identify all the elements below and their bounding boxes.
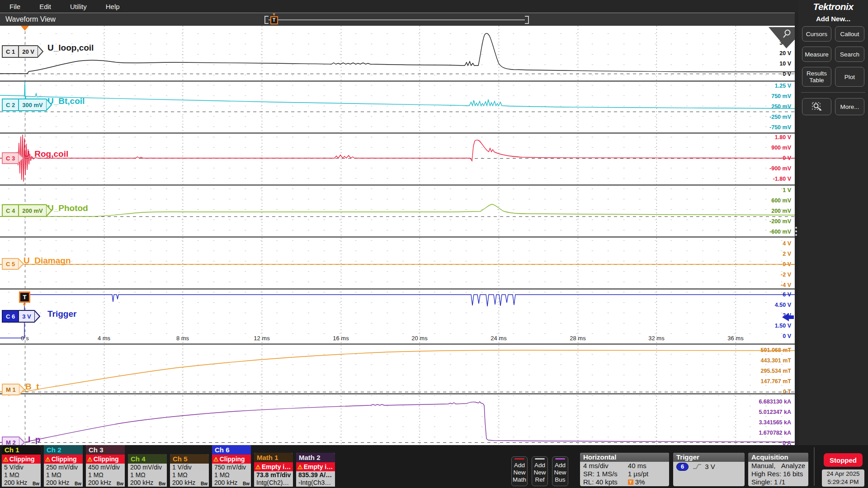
badge-arrow bbox=[38, 45, 43, 58]
lane-divider[interactable] bbox=[0, 236, 795, 238]
add-new-math-button[interactable]: Add New Math bbox=[511, 456, 528, 486]
trigger-panel[interactable]: Trigger 6 3 V bbox=[673, 453, 745, 486]
record-view-bar[interactable]: ▼ T bbox=[264, 16, 529, 24]
clipping-alert: ⚠Clipping bbox=[86, 455, 125, 464]
trigger-marker[interactable]: T ▼ bbox=[19, 291, 30, 306]
record-left-bracket[interactable] bbox=[264, 16, 269, 24]
results-table-button[interactable]: Results Table bbox=[802, 67, 831, 87]
ch6-trace[interactable] bbox=[0, 290, 795, 343]
impedance-row: 1 MΩ bbox=[86, 471, 125, 479]
add-new-bus-button[interactable]: Add New Bus bbox=[552, 456, 568, 486]
impedance-row: 1 MΩ bbox=[2, 471, 41, 479]
menu-edit[interactable]: Edit bbox=[30, 3, 61, 10]
acquisition-panel-title: Acquisition bbox=[748, 453, 808, 462]
trigger-level: 3 V bbox=[705, 463, 715, 471]
magnifier-icon bbox=[782, 29, 792, 39]
channel-tab-ch3[interactable]: Ch 3 ⚠Clipping 450 mV/div 1 MΩ 200 kHzBw bbox=[86, 445, 125, 487]
add-new-title: Add New... bbox=[798, 15, 868, 23]
more-button[interactable]: More... bbox=[835, 98, 864, 115]
lane-divider[interactable] bbox=[0, 80, 795, 82]
tab-header[interactable]: Ch 2 bbox=[44, 445, 83, 455]
math2-trace[interactable] bbox=[0, 394, 795, 445]
channel-tab-ch1[interactable]: Ch 1 ⚠Clipping 5 V/div 1 MΩ 200 kHzBw bbox=[2, 445, 41, 487]
tab-header[interactable]: Ch 1 bbox=[2, 445, 41, 455]
graticule[interactable]: 30 V 20 V 10 V 0 V 1.25 V 750 mV 250 mV … bbox=[0, 26, 795, 445]
ch4-trace[interactable] bbox=[0, 186, 795, 236]
add-new-ref-button[interactable]: Add New Ref bbox=[532, 456, 548, 486]
zoom-select-button[interactable] bbox=[802, 98, 831, 115]
acquisition-single: Single: 1 /1 bbox=[748, 478, 808, 486]
trigger-position-marker[interactable] bbox=[21, 26, 29, 31]
horizontal-panel[interactable]: Horizontal 4 ms/div40 ms SR: 1 MS/s1 µs/… bbox=[580, 453, 669, 486]
lane-divider[interactable] bbox=[0, 184, 795, 186]
ch6-lane: 6 V 4.50 V 3 V 1.50 V 0 V bbox=[0, 290, 795, 343]
menu-help[interactable]: Help bbox=[96, 3, 129, 10]
bw-limit-icon: Bw bbox=[33, 480, 39, 487]
bandwidth-row: 200 kHzBw bbox=[128, 479, 167, 487]
math1-trace[interactable] bbox=[0, 345, 795, 393]
scale-row: 835.39 A/… bbox=[296, 471, 335, 479]
horizontal-panel-title: Horizontal bbox=[580, 453, 669, 462]
tab-header[interactable]: Ch 3 bbox=[86, 445, 125, 455]
cursors-button[interactable]: Cursors bbox=[802, 26, 831, 42]
ch4-badge[interactable]: C 4 200 mV bbox=[2, 204, 52, 217]
ch6-badge[interactable]: C 6 3 V bbox=[2, 310, 40, 323]
sample-resolution: 1 µs/pt bbox=[628, 470, 666, 478]
badge-arrow bbox=[18, 152, 24, 164]
warning-icon: ⚠ bbox=[45, 456, 51, 463]
warning-icon: ⚠ bbox=[213, 456, 219, 463]
bandwidth-row: 200 kHzBw bbox=[212, 479, 251, 487]
trigger-t-icon: T bbox=[270, 16, 278, 24]
ch1-badge[interactable]: C 1 20 V bbox=[2, 45, 43, 58]
channel-tab-ch5[interactable]: Ch 5 1 V/div 1 MΩ 200 kHzBw bbox=[170, 454, 209, 487]
record-trigger-marker[interactable]: ▼ T bbox=[270, 13, 278, 24]
trigger-level-arrow[interactable] bbox=[782, 313, 794, 321]
math1-tab[interactable]: Math 1 ⚠Empty i… 73.8 mT/div Intg(Ch2)… bbox=[254, 453, 293, 487]
trigger-level-arrow-tail bbox=[789, 315, 794, 319]
channel-tab-ch6[interactable]: Ch 6 ⚠Clipping 750 mV/div 1 MΩ 200 kHzBw bbox=[212, 445, 251, 487]
bandwidth-row: 200 kHzBw bbox=[2, 479, 41, 487]
acquisition-panel[interactable]: Acquisition Manual,Analyze High Res: 16 … bbox=[748, 453, 808, 486]
ch2-lane: 1.25 V 750 mV 250 mV -250 mV -750 mV bbox=[0, 82, 795, 132]
math1-badge[interactable]: M 1 bbox=[2, 384, 25, 395]
record-right-bracket[interactable] bbox=[525, 16, 529, 24]
datetime-display: 24 Apr 2025 5:29:24 PM bbox=[822, 469, 864, 487]
ch5-badge[interactable]: C 5 bbox=[2, 258, 24, 270]
callout-button[interactable]: Callout bbox=[835, 26, 864, 42]
tab-header[interactable]: Ch 4 bbox=[128, 454, 167, 464]
plot-button[interactable]: Plot bbox=[835, 67, 864, 87]
horizontal-length: 40 ms bbox=[628, 462, 666, 470]
run-state-badge[interactable]: Stopped bbox=[824, 453, 863, 467]
menu-file[interactable]: File bbox=[0, 3, 30, 10]
math2-lane: 6.683130 kA 5.012347 kA 3.341565 kA 1.67… bbox=[0, 394, 795, 445]
ch3-trace[interactable] bbox=[0, 134, 795, 184]
waveform-view-title: Waveform View bbox=[5, 15, 56, 23]
math2-badge[interactable]: M 2 bbox=[2, 436, 25, 445]
ch3-badge[interactable]: C 3 bbox=[2, 152, 24, 164]
waveform-view-titlebar: Waveform View ▼ T bbox=[0, 13, 795, 26]
lane-divider[interactable] bbox=[0, 132, 795, 134]
channel-tab-ch2[interactable]: Ch 2 ⚠Clipping 250 mV/div 1 MΩ 200 kHzBw bbox=[44, 445, 83, 487]
tab-header[interactable]: Ch 5 bbox=[170, 454, 209, 464]
impedance-row: 1 MΩ bbox=[170, 471, 209, 479]
lane-divider[interactable] bbox=[0, 343, 795, 345]
math2-tab[interactable]: Math 2 ⚠Empty i… 835.39 A/… -Intg(Ch3… bbox=[296, 453, 335, 487]
tab-header[interactable]: Math 2 bbox=[296, 453, 335, 462]
measure-button[interactable]: Measure bbox=[802, 47, 831, 62]
ch2-trace[interactable] bbox=[0, 82, 795, 132]
ch1-trace[interactable] bbox=[0, 26, 795, 80]
panel-resize-grip[interactable] bbox=[795, 225, 797, 238]
sample-rate: SR: 1 MS/s bbox=[583, 470, 618, 478]
lane-divider[interactable] bbox=[0, 393, 795, 394]
clipping-alert: ⚠Clipping bbox=[212, 455, 251, 464]
status-separator bbox=[814, 447, 815, 486]
tab-header[interactable]: Ch 6 bbox=[212, 445, 251, 455]
tab-header[interactable]: Math 1 bbox=[254, 453, 293, 462]
lane-divider[interactable] bbox=[0, 288, 795, 290]
menu-utility[interactable]: Utility bbox=[61, 3, 96, 10]
channel-tab-ch4[interactable]: Ch 4 200 mV/div 1 MΩ 200 kHzBw bbox=[128, 454, 167, 487]
ch5-trace[interactable] bbox=[0, 238, 795, 288]
ch2-badge[interactable]: C 2 300 mV bbox=[2, 99, 52, 111]
zoom-select-icon bbox=[811, 101, 823, 112]
search-button[interactable]: Search bbox=[835, 47, 864, 62]
